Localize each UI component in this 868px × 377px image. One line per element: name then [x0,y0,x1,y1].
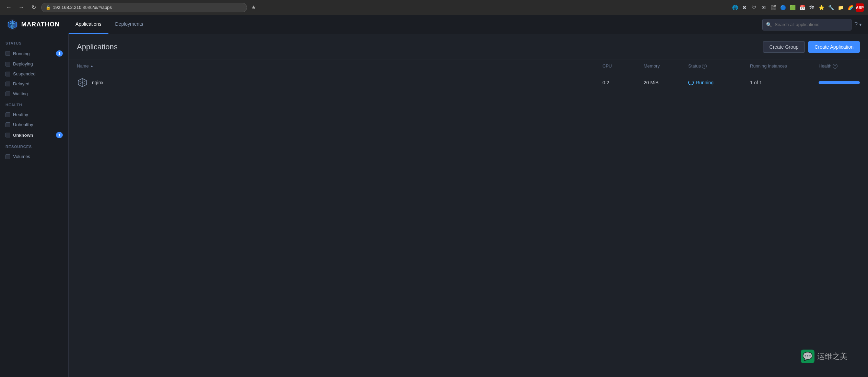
sidebar-label-suspended: Suspended [13,71,63,76]
app-running-instances: 1 of 1 [750,80,819,85]
search-bar[interactable]: 🔍 [762,19,852,31]
logo-area: MARATHON [0,15,69,34]
search-icon: 🔍 [766,22,772,27]
browser-extensions: 🌐 ✖ 🛡 ✉ 🎬 🔵 🟩 📅 🗺 ⭐ 🔧 📁 🌈 ABP [731,3,864,12]
bookmark-icon[interactable]: ★ [251,4,256,11]
col-health-header: Health ? [819,63,846,69]
reload-button[interactable]: ↻ [29,3,38,12]
unknown-checkbox[interactable] [5,133,10,137]
ext-2[interactable]: ✖ [740,3,749,12]
ext-1[interactable]: 🌐 [731,3,739,12]
ext-13[interactable]: 🌈 [846,3,854,12]
status-help-icon[interactable]: ? [702,64,707,69]
ext-11[interactable]: 🔧 [827,3,835,12]
app-name-text: nginx [92,80,103,85]
sidebar-label-delayed: Delayed [13,81,63,86]
ext-6[interactable]: 🔵 [779,3,787,12]
col-cpu-header: CPU [602,63,644,69]
app-cpu: 0.2 [602,80,644,85]
ext-9[interactable]: 🗺 [808,3,816,12]
more-actions-button[interactable]: ⋯ [846,79,852,86]
help-button[interactable]: ? ▼ [854,21,863,28]
marathon-logo-icon [7,19,18,30]
health-section-title: HEALTH [0,103,68,110]
back-button[interactable]: ← [4,3,14,12]
ext-4[interactable]: ✉ [760,3,768,12]
unknown-badge: 1 [56,132,63,138]
ext-7[interactable]: 🟩 [788,3,797,12]
top-nav: MARATHON Applications Deployments 🔍 ? ▼ [0,15,868,34]
sidebar-item-waiting[interactable]: Waiting [0,89,68,99]
forward-button[interactable]: → [16,3,26,12]
header-actions: Create Group Create Application [763,41,860,53]
table-row[interactable]: nginx 0.2 20 MiB Running 1 of 1 ⋯ [69,72,868,93]
browser-chrome: ← → ↻ 🔒 192.168.2.210:8080/ui/#/apps ★ 🌐… [0,0,868,15]
create-application-button[interactable]: Create Application [808,41,860,53]
nav-tabs: Applications Deployments [69,15,150,34]
ext-5[interactable]: 🎬 [769,3,777,12]
deploying-checkbox[interactable] [5,62,10,66]
nav-right: 🔍 ? ▼ [757,15,868,34]
help-icon: ? [854,21,858,28]
app-name-cell: nginx [77,77,602,88]
running-spinner-icon [688,80,694,85]
waiting-checkbox[interactable] [5,92,10,96]
sort-arrow-icon: ▲ [90,64,94,68]
ext-3[interactable]: 🛡 [750,3,758,12]
wechat-symbol: 💬 [802,352,813,361]
sidebar-label-unknown: Unknown [13,133,53,138]
ext-12[interactable]: 📁 [836,3,845,12]
page-title: Applications [77,42,118,51]
sidebar: STATUS Running 1 Deploying Suspended Del… [0,34,69,377]
delayed-checkbox[interactable] [5,82,10,86]
col-actions-header [846,63,860,69]
sidebar-item-deploying[interactable]: Deploying [0,59,68,69]
app-actions-cell: ⋯ [846,79,860,86]
healthy-checkbox[interactable] [5,112,10,117]
content-header: Applications Create Group Create Applica… [69,34,868,60]
sidebar-item-unhealthy[interactable]: Unhealthy [0,120,68,130]
help-dropdown-icon: ▼ [858,22,863,27]
health-help-icon[interactable]: ? [833,64,837,69]
app-health-bar-container [819,81,846,84]
main-layout: STATUS Running 1 Deploying Suspended Del… [0,34,868,377]
search-input[interactable] [775,22,848,27]
sidebar-item-running[interactable]: Running 1 [0,48,68,59]
create-group-button[interactable]: Create Group [763,41,805,53]
col-name-header[interactable]: Name ▲ [77,63,602,69]
status-section: STATUS Running 1 Deploying Suspended Del… [0,41,68,99]
running-checkbox[interactable] [5,51,10,56]
col-memory-header: Memory [644,63,688,69]
wechat-icon: 💬 [801,350,814,363]
app-status: Running [688,80,750,85]
sidebar-label-waiting: Waiting [13,91,63,96]
sidebar-item-healthy[interactable]: Healthy [0,110,68,120]
resources-section: RESOURCES Volumes [0,145,68,161]
tab-deployments[interactable]: Deployments [108,15,150,34]
sidebar-item-volumes[interactable]: Volumes [0,151,68,161]
address-bar[interactable]: 🔒 192.168.2.210:8080/ui/#/apps [41,3,247,12]
unhealthy-checkbox[interactable] [5,122,10,127]
ext-10[interactable]: ⭐ [817,3,825,12]
app-name: MARATHON [21,21,60,28]
table-header: Name ▲ CPU Memory Status ? Running Insta… [69,60,868,72]
ext-14[interactable]: ABP [856,3,864,12]
health-col-label: Health [819,63,832,69]
url-text: 192.168.2.210:8080/ui/#/apps [53,5,112,10]
lock-icon: 🔒 [46,5,51,10]
sidebar-item-delayed[interactable]: Delayed [0,79,68,89]
watermark-text: 运维之美 [817,351,847,362]
watermark: 💬 运维之美 [801,350,847,363]
nginx-app-icon [77,77,88,88]
tab-applications[interactable]: Applications [69,15,108,34]
health-section: HEALTH Healthy Unhealthy Unknown 1 [0,103,68,141]
name-col-label: Name [77,63,89,69]
sidebar-item-suspended[interactable]: Suspended [0,69,68,79]
suspended-checkbox[interactable] [5,72,10,76]
sidebar-item-unknown[interactable]: Unknown 1 [0,130,68,141]
ext-8[interactable]: 📅 [798,3,806,12]
volumes-checkbox[interactable] [5,154,10,159]
status-col-label: Status [688,63,701,69]
app-memory: 20 MiB [644,80,688,85]
status-text: Running [696,80,714,85]
